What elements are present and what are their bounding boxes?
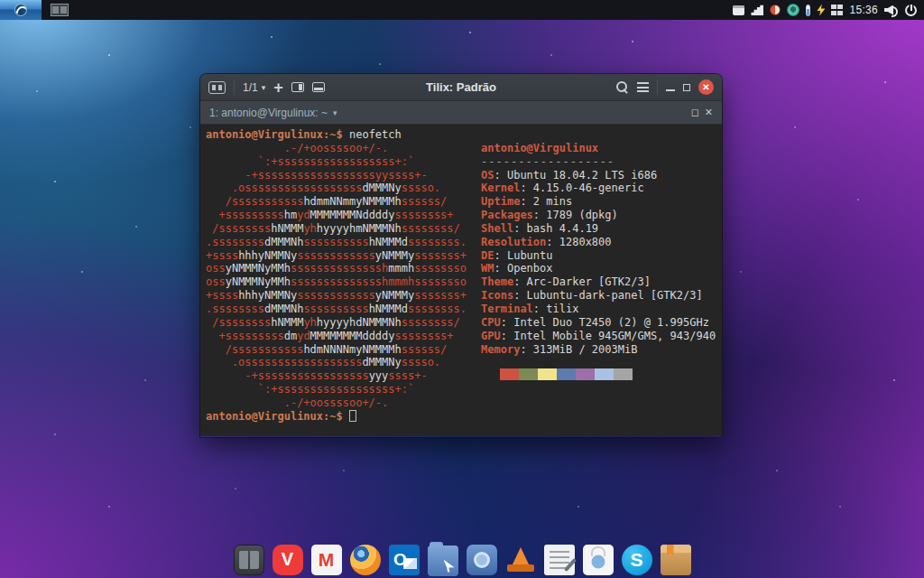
palette-swatch xyxy=(614,368,633,380)
tilix-icon[interactable] xyxy=(233,544,264,575)
info-row: Memory: 313MiB / 2003MiB xyxy=(481,343,716,357)
neofetch-underline: ------------------ xyxy=(481,155,716,169)
tab-terminal-title[interactable]: 1: antonio@Virgulinux: ~ xyxy=(209,107,328,119)
network-signal-icon[interactable] xyxy=(751,5,763,15)
vivaldi-icon[interactable]: V xyxy=(272,544,303,575)
lubuntu-menu-button[interactable] xyxy=(0,0,42,20)
close-terminal-icon[interactable]: ✕ xyxy=(705,107,713,117)
chevron-down-icon: ▾ xyxy=(262,83,266,92)
package-manager-icon[interactable] xyxy=(660,544,691,575)
window-list-icon[interactable] xyxy=(733,5,744,15)
session-counter[interactable]: 1/1 ▾ xyxy=(243,81,265,94)
thermometer-icon[interactable] xyxy=(806,5,810,16)
info-row: Uptime: 2 mins xyxy=(481,195,716,209)
firefox-icon[interactable] xyxy=(349,544,381,575)
info-row: Resolution: 1280x800 xyxy=(481,236,716,249)
info-row: Terminal: tilix xyxy=(481,303,716,316)
terminal-color-palette xyxy=(481,368,716,380)
minimize-button[interactable] xyxy=(666,89,675,91)
redshift-icon[interactable] xyxy=(770,5,781,15)
maximize-button[interactable] xyxy=(683,84,690,91)
neofetch-user-host: antonio@Virgulinux xyxy=(481,142,716,155)
shell-prompt: antonio@Virgulinux:~$ xyxy=(206,410,343,423)
info-row: CPU: Intel Duo T2450 (2) @ 1.995GHz xyxy=(481,316,716,330)
chromium-icon[interactable] xyxy=(466,544,497,575)
info-row: DE: Lubuntu xyxy=(481,249,716,263)
terminal-content[interactable]: antonio@Virgulinux:~$neofetch .-/+oossss… xyxy=(200,125,722,436)
palette-swatch xyxy=(576,368,595,380)
session-sidebar-icon[interactable] xyxy=(208,81,226,94)
neofetch-info-rows: OS: Ubuntu 18.04.2 LTS i686Kernel: 4.15.… xyxy=(481,169,716,357)
skype-icon[interactable]: S xyxy=(621,544,652,575)
clock[interactable]: 15:36 xyxy=(849,4,878,16)
hamburger-menu-icon[interactable] xyxy=(637,82,649,92)
titlebar[interactable]: Tilix: Padrão 1/1 ▾ + ✕ xyxy=(200,74,722,101)
prompt-line: antonio@Virgulinux:~$ xyxy=(206,410,722,424)
vlc-icon[interactable] xyxy=(504,544,536,575)
info-row: GPU: Intel Mobile 945GM/GMS, 943/940 xyxy=(481,330,716,343)
shell-prompt: antonio@Virgulinux:~$ xyxy=(206,128,343,141)
palette-swatch xyxy=(519,368,538,380)
session-tab-bar: 1: antonio@Virgulinux: ~ ▾ ◻ ✕ xyxy=(200,101,722,125)
split-down-icon[interactable] xyxy=(312,82,325,92)
command-text: neofetch xyxy=(343,128,402,141)
search-icon[interactable] xyxy=(615,80,629,94)
maximize-terminal-icon[interactable]: ◻ xyxy=(691,107,699,117)
info-row: Kernel: 4.15.0-46-generic xyxy=(481,182,716,195)
palette-swatch xyxy=(538,368,557,380)
power-icon[interactable] xyxy=(905,5,917,16)
desktop: 15:36 Tilix: Padrão 1/1 ▾ + xyxy=(0,0,924,578)
close-button[interactable]: ✕ xyxy=(698,79,714,95)
sync-icon[interactable] xyxy=(787,4,799,16)
info-row: Theme: Arc-Darker [GTK2/3] xyxy=(481,275,716,289)
info-row: OS: Ubuntu 18.04.2 LTS i686 xyxy=(481,169,716,182)
palette-swatch xyxy=(481,368,500,380)
dropbox-icon[interactable] xyxy=(831,5,843,15)
palette-swatch xyxy=(500,368,519,380)
system-tray: 15:36 xyxy=(733,4,924,16)
volume-icon[interactable] xyxy=(884,5,899,16)
info-row: Shell: bash 4.4.19 xyxy=(481,222,716,236)
command-line: antonio@Virgulinux:~$neofetch xyxy=(206,128,722,142)
split-right-icon[interactable] xyxy=(291,82,304,92)
lubuntu-logo-icon xyxy=(14,4,27,16)
new-session-button[interactable]: + xyxy=(273,81,283,94)
palette-swatch xyxy=(557,368,576,380)
info-row: Icons: Lubuntu-dark-panel [GTK2/3] xyxy=(481,289,716,303)
terminal-cursor xyxy=(349,410,356,422)
dock: VMOS xyxy=(233,544,691,575)
info-row: Packages: 1789 (dpkg) xyxy=(481,209,716,222)
top-panel: 15:36 xyxy=(0,0,924,20)
file-manager-icon[interactable] xyxy=(427,544,458,575)
info-row: WM: Openbox xyxy=(481,262,716,275)
software-center-icon[interactable] xyxy=(582,544,614,575)
text-editor-icon[interactable] xyxy=(543,544,575,575)
palette-swatch xyxy=(595,368,614,380)
outlook-icon[interactable]: O xyxy=(388,544,420,575)
spark-icon[interactable] xyxy=(817,5,825,16)
chevron-down-icon[interactable]: ▾ xyxy=(333,108,337,117)
window-pager-icon[interactable] xyxy=(51,4,69,16)
gmail-icon[interactable]: M xyxy=(310,544,342,575)
neofetch-ascii-art: .-/+oossssoo+/-. `:+ssssssssssssssssss+:… xyxy=(206,142,467,410)
neofetch-info: antonio@Virgulinux ------------------ OS… xyxy=(481,142,716,410)
tilix-window: Tilix: Padrão 1/1 ▾ + ✕ xyxy=(200,74,722,437)
